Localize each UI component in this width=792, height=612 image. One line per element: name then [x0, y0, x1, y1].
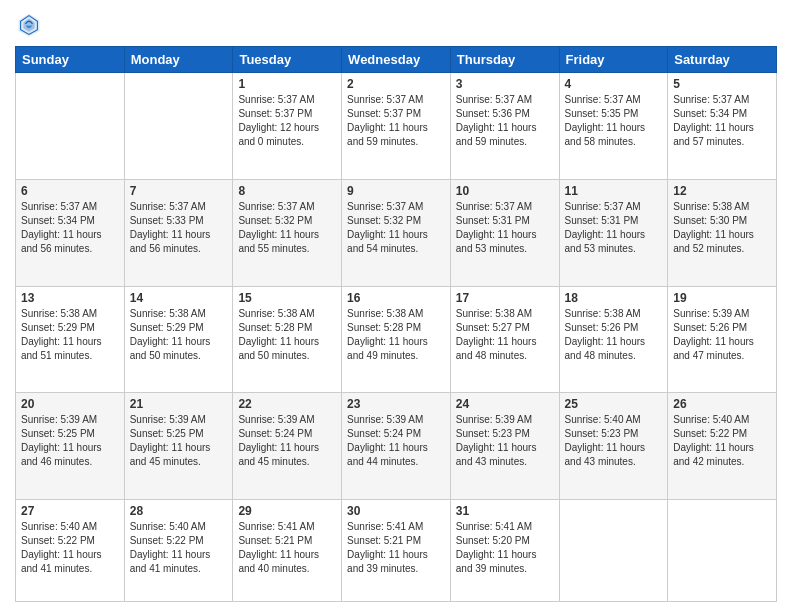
calendar-cell: 28Sunrise: 5:40 AM Sunset: 5:22 PM Dayli… — [124, 500, 233, 602]
day-info: Sunrise: 5:39 AM Sunset: 5:25 PM Dayligh… — [21, 413, 119, 469]
day-header-wednesday: Wednesday — [342, 47, 451, 73]
calendar-cell: 18Sunrise: 5:38 AM Sunset: 5:26 PM Dayli… — [559, 286, 668, 393]
calendar-cell: 24Sunrise: 5:39 AM Sunset: 5:23 PM Dayli… — [450, 393, 559, 500]
calendar-cell: 7Sunrise: 5:37 AM Sunset: 5:33 PM Daylig… — [124, 179, 233, 286]
calendar-cell: 3Sunrise: 5:37 AM Sunset: 5:36 PM Daylig… — [450, 73, 559, 180]
calendar-cell: 14Sunrise: 5:38 AM Sunset: 5:29 PM Dayli… — [124, 286, 233, 393]
day-number: 6 — [21, 184, 119, 198]
calendar-cell: 10Sunrise: 5:37 AM Sunset: 5:31 PM Dayli… — [450, 179, 559, 286]
calendar-cell: 2Sunrise: 5:37 AM Sunset: 5:37 PM Daylig… — [342, 73, 451, 180]
calendar-cell: 17Sunrise: 5:38 AM Sunset: 5:27 PM Dayli… — [450, 286, 559, 393]
day-number: 10 — [456, 184, 554, 198]
calendar-cell — [559, 500, 668, 602]
day-info: Sunrise: 5:39 AM Sunset: 5:23 PM Dayligh… — [456, 413, 554, 469]
day-info: Sunrise: 5:39 AM Sunset: 5:26 PM Dayligh… — [673, 307, 771, 363]
day-number: 20 — [21, 397, 119, 411]
day-number: 23 — [347, 397, 445, 411]
day-number: 13 — [21, 291, 119, 305]
day-info: Sunrise: 5:37 AM Sunset: 5:32 PM Dayligh… — [238, 200, 336, 256]
calendar-cell: 22Sunrise: 5:39 AM Sunset: 5:24 PM Dayli… — [233, 393, 342, 500]
calendar-cell: 1Sunrise: 5:37 AM Sunset: 5:37 PM Daylig… — [233, 73, 342, 180]
calendar-cell: 19Sunrise: 5:39 AM Sunset: 5:26 PM Dayli… — [668, 286, 777, 393]
day-info: Sunrise: 5:39 AM Sunset: 5:24 PM Dayligh… — [238, 413, 336, 469]
calendar-cell — [124, 73, 233, 180]
day-info: Sunrise: 5:37 AM Sunset: 5:36 PM Dayligh… — [456, 93, 554, 149]
day-info: Sunrise: 5:39 AM Sunset: 5:24 PM Dayligh… — [347, 413, 445, 469]
day-info: Sunrise: 5:37 AM Sunset: 5:31 PM Dayligh… — [456, 200, 554, 256]
day-info: Sunrise: 5:40 AM Sunset: 5:22 PM Dayligh… — [130, 520, 228, 576]
calendar-week-row: 27Sunrise: 5:40 AM Sunset: 5:22 PM Dayli… — [16, 500, 777, 602]
day-info: Sunrise: 5:37 AM Sunset: 5:37 PM Dayligh… — [238, 93, 336, 149]
calendar-cell: 26Sunrise: 5:40 AM Sunset: 5:22 PM Dayli… — [668, 393, 777, 500]
day-number: 30 — [347, 504, 445, 518]
calendar-cell — [668, 500, 777, 602]
day-number: 3 — [456, 77, 554, 91]
day-info: Sunrise: 5:41 AM Sunset: 5:21 PM Dayligh… — [347, 520, 445, 576]
calendar-cell: 15Sunrise: 5:38 AM Sunset: 5:28 PM Dayli… — [233, 286, 342, 393]
calendar-cell: 23Sunrise: 5:39 AM Sunset: 5:24 PM Dayli… — [342, 393, 451, 500]
calendar-cell: 30Sunrise: 5:41 AM Sunset: 5:21 PM Dayli… — [342, 500, 451, 602]
day-number: 1 — [238, 77, 336, 91]
day-info: Sunrise: 5:37 AM Sunset: 5:37 PM Dayligh… — [347, 93, 445, 149]
day-number: 24 — [456, 397, 554, 411]
day-info: Sunrise: 5:40 AM Sunset: 5:22 PM Dayligh… — [21, 520, 119, 576]
day-info: Sunrise: 5:41 AM Sunset: 5:21 PM Dayligh… — [238, 520, 336, 576]
day-info: Sunrise: 5:38 AM Sunset: 5:30 PM Dayligh… — [673, 200, 771, 256]
day-header-friday: Friday — [559, 47, 668, 73]
day-info: Sunrise: 5:38 AM Sunset: 5:29 PM Dayligh… — [21, 307, 119, 363]
calendar-cell: 12Sunrise: 5:38 AM Sunset: 5:30 PM Dayli… — [668, 179, 777, 286]
calendar-cell: 27Sunrise: 5:40 AM Sunset: 5:22 PM Dayli… — [16, 500, 125, 602]
day-number: 16 — [347, 291, 445, 305]
calendar-cell: 21Sunrise: 5:39 AM Sunset: 5:25 PM Dayli… — [124, 393, 233, 500]
day-number: 27 — [21, 504, 119, 518]
day-number: 29 — [238, 504, 336, 518]
day-info: Sunrise: 5:38 AM Sunset: 5:28 PM Dayligh… — [238, 307, 336, 363]
calendar-header-row: SundayMondayTuesdayWednesdayThursdayFrid… — [16, 47, 777, 73]
day-number: 14 — [130, 291, 228, 305]
day-number: 25 — [565, 397, 663, 411]
calendar-cell: 16Sunrise: 5:38 AM Sunset: 5:28 PM Dayli… — [342, 286, 451, 393]
day-info: Sunrise: 5:40 AM Sunset: 5:23 PM Dayligh… — [565, 413, 663, 469]
calendar-week-row: 13Sunrise: 5:38 AM Sunset: 5:29 PM Dayli… — [16, 286, 777, 393]
calendar-cell: 11Sunrise: 5:37 AM Sunset: 5:31 PM Dayli… — [559, 179, 668, 286]
calendar-cell: 5Sunrise: 5:37 AM Sunset: 5:34 PM Daylig… — [668, 73, 777, 180]
calendar-cell: 13Sunrise: 5:38 AM Sunset: 5:29 PM Dayli… — [16, 286, 125, 393]
day-number: 2 — [347, 77, 445, 91]
day-info: Sunrise: 5:37 AM Sunset: 5:31 PM Dayligh… — [565, 200, 663, 256]
calendar-week-row: 1Sunrise: 5:37 AM Sunset: 5:37 PM Daylig… — [16, 73, 777, 180]
page: SundayMondayTuesdayWednesdayThursdayFrid… — [0, 0, 792, 612]
day-info: Sunrise: 5:37 AM Sunset: 5:33 PM Dayligh… — [130, 200, 228, 256]
day-info: Sunrise: 5:41 AM Sunset: 5:20 PM Dayligh… — [456, 520, 554, 576]
calendar-cell: 25Sunrise: 5:40 AM Sunset: 5:23 PM Dayli… — [559, 393, 668, 500]
day-info: Sunrise: 5:37 AM Sunset: 5:32 PM Dayligh… — [347, 200, 445, 256]
logo-icon — [15, 10, 43, 38]
day-number: 4 — [565, 77, 663, 91]
day-number: 8 — [238, 184, 336, 198]
calendar-cell: 6Sunrise: 5:37 AM Sunset: 5:34 PM Daylig… — [16, 179, 125, 286]
day-number: 22 — [238, 397, 336, 411]
day-header-monday: Monday — [124, 47, 233, 73]
day-number: 18 — [565, 291, 663, 305]
day-number: 11 — [565, 184, 663, 198]
day-header-sunday: Sunday — [16, 47, 125, 73]
day-info: Sunrise: 5:39 AM Sunset: 5:25 PM Dayligh… — [130, 413, 228, 469]
day-number: 19 — [673, 291, 771, 305]
day-number: 31 — [456, 504, 554, 518]
day-header-saturday: Saturday — [668, 47, 777, 73]
calendar-cell: 4Sunrise: 5:37 AM Sunset: 5:35 PM Daylig… — [559, 73, 668, 180]
day-number: 26 — [673, 397, 771, 411]
header — [15, 10, 777, 38]
calendar-week-row: 6Sunrise: 5:37 AM Sunset: 5:34 PM Daylig… — [16, 179, 777, 286]
day-info: Sunrise: 5:38 AM Sunset: 5:26 PM Dayligh… — [565, 307, 663, 363]
calendar-cell: 29Sunrise: 5:41 AM Sunset: 5:21 PM Dayli… — [233, 500, 342, 602]
day-info: Sunrise: 5:37 AM Sunset: 5:34 PM Dayligh… — [673, 93, 771, 149]
day-info: Sunrise: 5:40 AM Sunset: 5:22 PM Dayligh… — [673, 413, 771, 469]
day-number: 21 — [130, 397, 228, 411]
logo — [15, 10, 47, 38]
day-info: Sunrise: 5:37 AM Sunset: 5:34 PM Dayligh… — [21, 200, 119, 256]
day-number: 17 — [456, 291, 554, 305]
calendar-cell: 8Sunrise: 5:37 AM Sunset: 5:32 PM Daylig… — [233, 179, 342, 286]
day-header-tuesday: Tuesday — [233, 47, 342, 73]
day-info: Sunrise: 5:38 AM Sunset: 5:29 PM Dayligh… — [130, 307, 228, 363]
calendar-week-row: 20Sunrise: 5:39 AM Sunset: 5:25 PM Dayli… — [16, 393, 777, 500]
